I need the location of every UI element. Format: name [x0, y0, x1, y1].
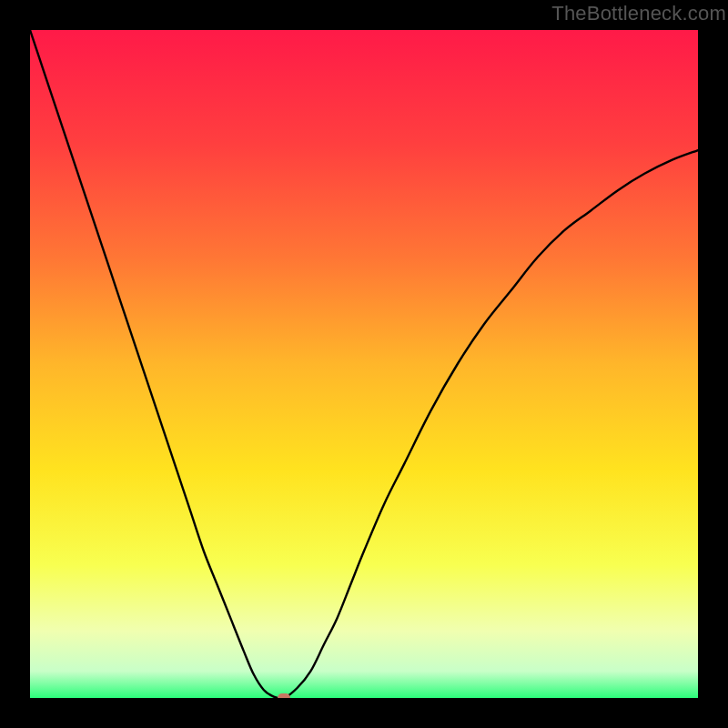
watermark-text: TheBottleneck.com — [551, 2, 726, 25]
chart-frame: TheBottleneck.com — [0, 0, 728, 728]
plot-area — [30, 30, 698, 698]
bottleneck-chart — [30, 30, 698, 698]
gradient-background — [30, 30, 698, 698]
optimal-point-marker — [278, 693, 290, 698]
